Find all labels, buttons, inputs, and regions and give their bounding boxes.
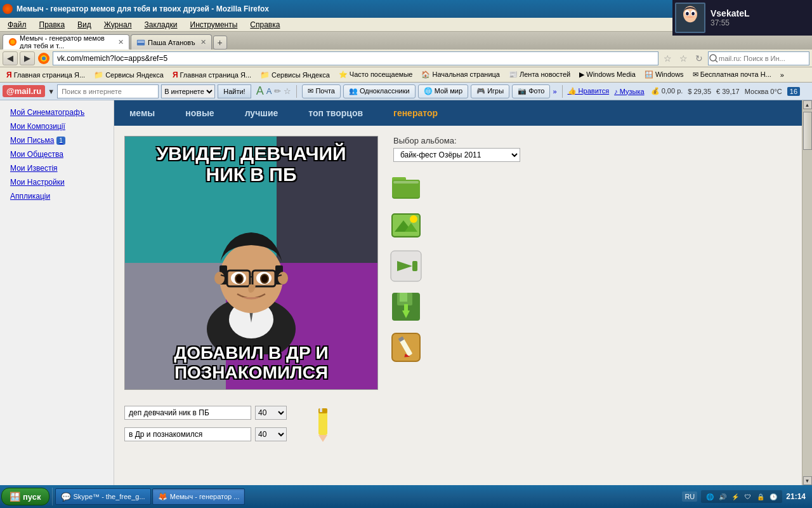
nav-top[interactable]: топ творцов — [293, 100, 378, 126]
photo-button[interactable]: 📷 Фото — [512, 84, 550, 98]
tab-pasha-close[interactable]: ✕ — [200, 38, 206, 46]
mail-logo[interactable]: @mail.ru — [3, 85, 45, 97]
back-button[interactable]: ◀ — [3, 51, 18, 65]
pencil-toolbar-icon[interactable]: ✏ — [274, 86, 281, 96]
bookmarks-bar: ЯГлавная страница Я... 📁Сервисы Яндекса … — [0, 67, 812, 83]
menu-file[interactable]: Файл — [3, 19, 32, 30]
search-input[interactable] — [719, 55, 789, 62]
nravitsya-link[interactable]: 👍 Нравится — [568, 87, 610, 95]
sidebar-compositions-label: Мои Композиції — [10, 122, 65, 131]
yandex-icon: Я — [6, 70, 12, 79]
sidebar-letters-label: Мои Письма — [10, 136, 54, 145]
menu-help[interactable]: Справка — [245, 19, 285, 30]
user-profile[interactable]: VsekateL 37:55 — [672, 0, 812, 36]
sidebar-societies-label: Мои Общества — [10, 150, 63, 159]
tab-memich[interactable]: Мемыч - генератор мемов для тебя и т... … — [3, 34, 129, 50]
font-size-button[interactable]: A — [256, 84, 264, 98]
big-pencil-icon[interactable] — [307, 405, 339, 445]
mail-button[interactable]: ✉ Почта — [302, 84, 341, 98]
save-icon-btn[interactable] — [388, 289, 424, 324]
nav-new[interactable]: новые — [170, 100, 229, 126]
bm-news[interactable]: 📰 Лента новостей — [505, 69, 574, 80]
taskbar-skype[interactable]: 💬 Skype™ - the_free_g... — [55, 488, 151, 505]
bm-windows-media[interactable]: ▶ Windows Media — [575, 69, 639, 80]
bookmark-star[interactable]: ☆ — [660, 51, 674, 65]
star-toolbar-icon[interactable]: ☆ — [284, 86, 291, 96]
color-button[interactable]: A — [266, 86, 272, 96]
forward-icon-btn[interactable] — [388, 248, 424, 284]
user-name-text: VsekateL — [710, 8, 749, 18]
menu-view[interactable]: Вид — [72, 19, 96, 30]
language-indicator: RU — [682, 491, 697, 502]
search-type-select[interactable]: В интернете — [161, 84, 215, 98]
sidebar-item-news[interactable]: Мои Известія — [0, 161, 114, 175]
bm-yandex1[interactable]: ЯГлавная страница Я... — [3, 69, 89, 81]
notification-area: 🌐 🔊 ⚡ 🛡 🔒 🕒 — [701, 490, 782, 503]
mail-search-button[interactable]: Найти! — [218, 84, 251, 98]
svg-rect-47 — [412, 261, 417, 271]
refresh-button[interactable]: ↻ — [692, 51, 706, 65]
size-select-1[interactable]: 40 — [255, 406, 287, 420]
search-engine-icon — [709, 53, 719, 64]
scroll-thumb[interactable] — [803, 112, 812, 150]
menu-history[interactable]: Журнал — [99, 19, 137, 30]
mail-search-input[interactable] — [57, 84, 159, 98]
bm-yandex-services1[interactable]: 📁Сервисы Яндекса — [90, 69, 167, 81]
svg-rect-4 — [138, 42, 145, 43]
text-input-2[interactable] — [124, 427, 251, 441]
right-panel: Выбор альбома: байк-фест Озёры 2011 — [388, 136, 520, 390]
sidebar-item-societies[interactable]: Мои Общества — [0, 147, 114, 161]
muzyka-link[interactable]: ♪ Музыка — [614, 88, 644, 95]
size-select-2[interactable]: 40 — [255, 427, 287, 441]
menu-tools[interactable]: Инструменты — [185, 19, 243, 30]
nav-best[interactable]: лучшие — [230, 100, 294, 126]
scroll-down-arrow[interactable]: ▼ — [803, 476, 812, 485]
nav-generator-label: генератор — [393, 108, 438, 118]
sidebar-item-settings[interactable]: Мои Настройки — [0, 175, 114, 189]
mymr-button[interactable]: 🌐 Мой мир — [418, 84, 469, 98]
firefox-logo — [37, 51, 51, 65]
bm-yandex2[interactable]: ЯГлавная страница Я... — [169, 69, 255, 81]
scroll-up-arrow[interactable]: ▲ — [803, 100, 812, 109]
nav-memes-label: мемы — [129, 108, 155, 118]
sidebar-item-letters[interactable]: Мои Письма 1 — [0, 133, 114, 147]
new-tab-button[interactable]: + — [213, 36, 227, 50]
url-input[interactable] — [53, 51, 658, 65]
menu-edit[interactable]: Правка — [34, 19, 70, 30]
sidebar-item-apps[interactable]: Аппликаціи — [0, 189, 114, 203]
menu-bookmarks[interactable]: Закладки — [140, 19, 183, 30]
tab-memich-close[interactable]: ✕ — [118, 38, 124, 46]
image-icon-btn[interactable] — [388, 208, 424, 243]
nav-generator[interactable]: генератор — [378, 100, 453, 126]
bm-yandex-services2[interactable]: 📁Сервисы Яндекса — [256, 69, 334, 81]
bm-more[interactable]: » — [776, 70, 788, 80]
bm-frequent[interactable]: ⭐ Часто посещаемые — [335, 69, 417, 80]
sidebar-item-compositions[interactable]: Мои Композиції — [0, 119, 114, 133]
more-button[interactable]: » — [553, 88, 556, 95]
content-area: мемы новые лучшие топ творцов генератор — [114, 100, 812, 485]
tab-pasha[interactable]: Паша Атановъ ✕ — [131, 34, 212, 50]
bookmark-star2[interactable]: ☆ — [676, 51, 690, 65]
bm-homepage[interactable]: 🏠 Начальная страница — [417, 69, 504, 80]
mail-toolbar: @mail.ru ▼ В интернете Найти! A A ✏ ☆ ✉ … — [0, 83, 812, 100]
sidebar-item-cinema[interactable]: Мой Синематографъ — [0, 105, 114, 119]
bm-mail[interactable]: ✉ Бесплатная почта Н... — [689, 69, 775, 80]
taskbar-memich[interactable]: 🦊 Мемыч - генератор ... — [152, 488, 246, 505]
nav-new-label: новые — [185, 108, 214, 118]
user-info: VsekateL 37:55 — [710, 8, 749, 27]
ok-button[interactable]: 👥 Одноклассники — [343, 84, 416, 98]
mail-dropdown-arrow[interactable]: ▼ — [48, 88, 55, 95]
edit-icon-btn[interactable] — [388, 330, 424, 365]
nav-memes[interactable]: мемы — [114, 100, 170, 126]
money-display: 💰 0,00 р. — [651, 87, 683, 95]
vertical-scrollbar[interactable]: ▲ ▼ — [802, 100, 812, 485]
clock-icon: 🕒 — [768, 491, 778, 502]
games-button[interactable]: 🎮 Игры — [471, 84, 509, 98]
forward-button[interactable]: ▶ — [20, 51, 35, 65]
album-dropdown[interactable]: байк-фест Озёры 2011 — [393, 148, 520, 162]
folder-icon-btn[interactable] — [388, 167, 424, 203]
user-time-text: 37:55 — [710, 18, 749, 27]
bm-windows[interactable]: 🪟 Windows — [641, 69, 688, 80]
start-button[interactable]: 🪟 пуск — [1, 488, 49, 505]
text-input-1[interactable] — [124, 406, 251, 420]
